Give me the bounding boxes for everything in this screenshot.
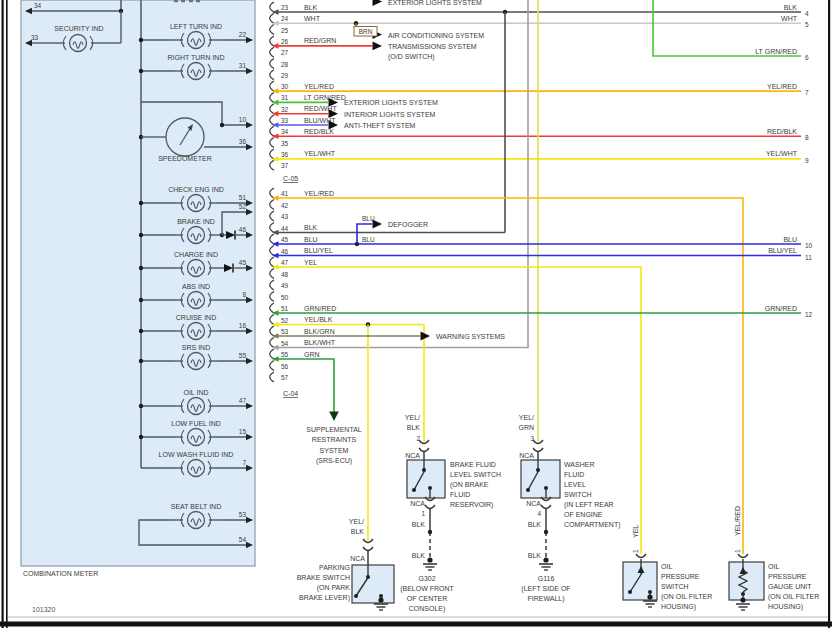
wire-color-tag: BRN <box>359 28 373 35</box>
meter-pin-number: 10 <box>239 116 247 123</box>
wire-color-label: YEL/ <box>405 414 420 421</box>
connector-pin-number: 57 <box>281 374 289 381</box>
indicator-label: CHARGE IND <box>174 251 218 258</box>
edge-wire-number: 12 <box>805 311 813 318</box>
security-pin-top: 34 <box>34 2 42 9</box>
indicator-label: CHECK ENG IND <box>168 186 224 193</box>
component-name: BRAKE SWITCH <box>297 574 350 581</box>
edge-wire-label: RED/BLK <box>767 128 797 135</box>
wire-color-label: BLU/YEL <box>304 247 333 254</box>
combination-meter-box <box>21 0 255 566</box>
indicator-label: LEFT TURN IND <box>170 23 222 30</box>
indicator-label: OIL IND <box>183 389 208 396</box>
wire-color-label: BLK <box>407 424 421 431</box>
edge-wire-number: 7 <box>805 89 809 96</box>
meter-pin-number: 45 <box>239 259 247 266</box>
edge-wire-number: 5 <box>805 21 809 28</box>
connector-pin-number: 35 <box>281 140 289 147</box>
wire-color-label: RED/BLK <box>304 128 334 135</box>
junction-dot <box>647 594 652 599</box>
wire-color-label: YEL <box>632 525 639 538</box>
connector-pin-number: 50 <box>281 294 289 301</box>
connector-pin-number: 55 <box>281 351 289 358</box>
speedometer-label: SPEEDOMETER <box>158 155 212 162</box>
indicator-label: SRS IND <box>182 344 210 351</box>
component-name: (IN LEFT REAR <box>564 501 614 509</box>
ground-label: (BELOW FRONT <box>400 585 454 593</box>
connector-pin-number: 53 <box>281 328 289 335</box>
wire-color-label: YEL/ <box>519 414 534 421</box>
connector-pin-number: 51 <box>281 305 289 312</box>
component-name: OF ENGINE <box>564 511 603 518</box>
meter-pin-number: 52 <box>239 203 247 210</box>
system-label-srs: SYSTEM <box>320 447 349 454</box>
junction-dot <box>139 38 143 42</box>
wire-color-label: BLK <box>304 224 318 231</box>
meter-pin-number: 31 <box>239 62 247 69</box>
component-name: HOUSING) <box>768 603 803 611</box>
wire-color-label: WHT <box>304 15 321 22</box>
junction-dot <box>427 557 432 562</box>
junction-dot <box>139 329 143 333</box>
meter-pin-number: 8 <box>242 291 246 298</box>
system-label-srs: SUPPLEMENTAL <box>306 426 362 433</box>
connector-pin-number: 41 <box>281 190 289 197</box>
nca-label: NCA <box>526 500 541 507</box>
meter-pin-number: 16 <box>239 322 247 329</box>
component-name: PRESSURE <box>768 573 807 580</box>
connector-id-c04[interactable]: C-04 <box>283 390 298 397</box>
connector-pin-number: 45 <box>281 236 289 243</box>
junction-dot <box>139 435 143 439</box>
junction-dot <box>412 488 416 492</box>
component-name: BRAKE LEVER) <box>299 594 350 602</box>
component-name: SWITCH <box>564 491 592 498</box>
connector-pin-number: 23 <box>281 4 289 11</box>
connector-pin-number: 34 <box>281 128 289 135</box>
wire-color-label: GRN <box>518 424 534 431</box>
edge-wire-number: 10 <box>805 242 813 249</box>
junction-dot <box>543 557 548 562</box>
junction-dot <box>139 233 143 237</box>
ground-label: G116 <box>538 575 555 582</box>
system-label-warning: WARNING SYSTEMS <box>436 333 505 340</box>
component-pin-number: 4 <box>537 510 541 517</box>
connector-pin-number: 42 <box>281 202 289 209</box>
ground-label: OF CENTER <box>407 595 447 602</box>
system-label-defogger: DEFOGGER <box>388 221 428 228</box>
system-label-exterior: EXTERIOR LIGHTS SYSTEM <box>344 99 438 106</box>
ground-label: CONSOLE) <box>409 605 446 613</box>
clipped-label-fragment <box>189 0 193 2</box>
indicator-label: ABS IND <box>182 283 210 290</box>
edge-wire-label: LT GRN/RED <box>755 48 797 55</box>
security-ind-label: SECURITY IND <box>54 25 103 32</box>
connector-pin-number: 49 <box>281 282 289 289</box>
component-name: (ON BRAKE <box>450 481 489 489</box>
wiring-diagram-page: 34SECURITY IND33LEFT TURN IND22RIGHT TUR… <box>0 0 832 628</box>
component-name: WASHER <box>564 461 594 468</box>
edge-wire-label: GRN/RED <box>765 305 797 312</box>
component-name: PRESSURE <box>661 573 700 580</box>
connector-pin-number: 47 <box>281 259 289 266</box>
wire-color-label: BLK/GRN <box>304 328 335 335</box>
indicator-label: LOW FUEL IND <box>171 420 221 427</box>
component-name: HOUSING) <box>661 603 696 611</box>
component-name: OIL <box>768 563 779 570</box>
indicator-label: RIGHT TURN IND <box>168 54 225 61</box>
page-border-right <box>828 0 830 628</box>
page-border-bottom <box>0 622 832 627</box>
connector-id-c05[interactable]: C-05 <box>283 175 298 182</box>
edge-wire-number: 4 <box>805 10 809 17</box>
clipped-label-fragment <box>196 0 200 2</box>
connector-pin-number: 27 <box>281 49 289 56</box>
edge-wire-label: BLU/YEL <box>768 247 797 254</box>
clipped-label-fragment <box>174 0 178 2</box>
connector-pin-number: 28 <box>281 61 289 68</box>
wire-color-label: YEL/RED <box>304 83 334 90</box>
component-name: (ON OIL FILTER <box>661 593 712 601</box>
component-name: SWITCH <box>661 583 689 590</box>
meter-pin-number: 15 <box>239 428 247 435</box>
connector-pin-number: 31 <box>281 94 289 101</box>
wire-color-label: BLK <box>528 521 542 528</box>
connector-pin-number: 25 <box>281 27 289 34</box>
wire-color-label: GRN/RED <box>304 305 336 312</box>
